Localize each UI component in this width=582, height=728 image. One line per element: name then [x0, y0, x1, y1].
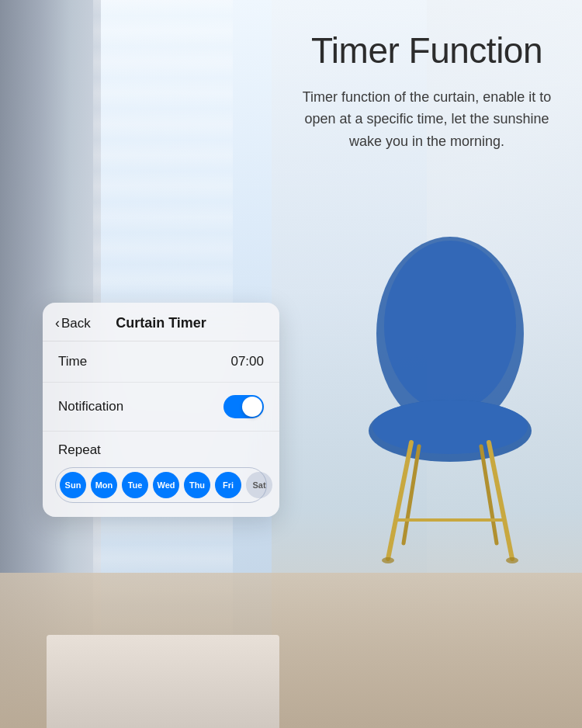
time-label: Time — [58, 354, 87, 369]
time-value: 07:00 — [230, 354, 264, 369]
back-chevron-icon: ‹ — [55, 315, 60, 331]
svg-point-3 — [372, 400, 528, 454]
page-title: Timer Function — [287, 31, 566, 71]
page-description: Timer function of the curtain, enable it… — [287, 86, 566, 153]
day-btn-sat[interactable]: Sat — [246, 472, 272, 498]
days-container: SunMonTueWedThuFriSat — [58, 469, 264, 501]
svg-point-9 — [382, 557, 394, 563]
svg-line-4 — [388, 442, 411, 559]
repeat-section: Repeat SunMonTueWedThuFriSat — [43, 432, 279, 517]
day-btn-mon[interactable]: Mon — [91, 472, 117, 498]
day-btn-fri[interactable]: Fri — [215, 472, 241, 498]
svg-point-1 — [384, 241, 516, 411]
bed — [47, 635, 279, 728]
day-btn-sun[interactable]: Sun — [60, 472, 86, 498]
day-btn-wed[interactable]: Wed — [153, 472, 179, 498]
time-row[interactable]: Time 07:00 — [43, 341, 279, 383]
chair-image — [334, 233, 566, 621]
panel-header: ‹ Back Curtain Timer — [43, 303, 279, 341]
back-button[interactable]: ‹ Back — [55, 315, 91, 331]
notification-label: Notification — [58, 399, 123, 414]
notification-toggle[interactable] — [223, 395, 264, 418]
svg-point-10 — [506, 557, 518, 563]
notification-row: Notification — [43, 383, 279, 432]
svg-line-5 — [489, 442, 512, 559]
day-btn-tue[interactable]: Tue — [122, 472, 148, 498]
title-area: Timer Function Timer function of the cur… — [287, 31, 566, 153]
panel-title: Curtain Timer — [116, 315, 206, 331]
back-label: Back — [61, 316, 91, 331]
days-row: SunMonTueWedThuFriSat — [60, 472, 262, 498]
toggle-knob — [242, 397, 262, 417]
repeat-label: Repeat — [58, 442, 264, 458]
day-btn-thu[interactable]: Thu — [184, 472, 210, 498]
timer-panel: ‹ Back Curtain Timer Time 07:00 Notifica… — [43, 303, 279, 517]
